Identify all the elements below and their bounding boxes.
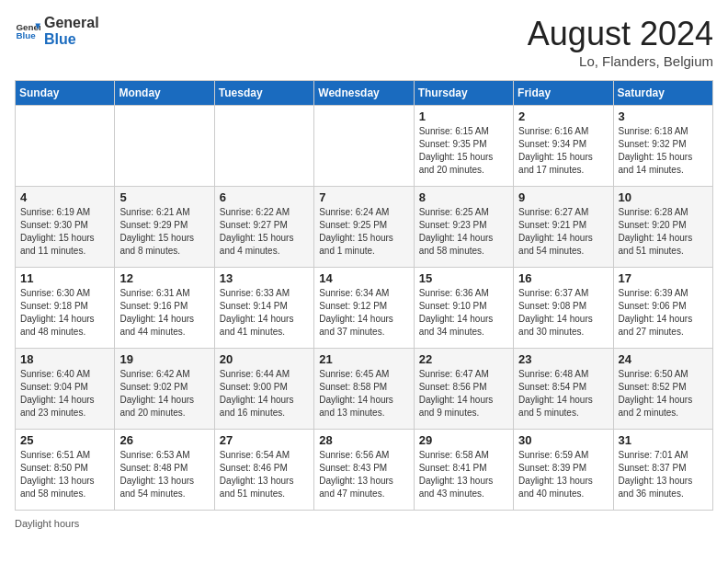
weekday-header-row: SundayMondayTuesdayWednesdayThursdayFrid… bbox=[16, 81, 713, 106]
weekday-friday: Friday bbox=[514, 81, 613, 106]
calendar-cell: 16Sunrise: 6:37 AM Sunset: 9:08 PM Dayli… bbox=[514, 268, 613, 349]
calendar-cell: 29Sunrise: 6:58 AM Sunset: 8:41 PM Dayli… bbox=[414, 430, 513, 511]
day-number: 29 bbox=[419, 433, 508, 447]
calendar-cell: 18Sunrise: 6:40 AM Sunset: 9:04 PM Dayli… bbox=[16, 349, 115, 430]
calendar-table: SundayMondayTuesdayWednesdayThursdayFrid… bbox=[15, 80, 713, 511]
logo: General Blue General Blue bbox=[15, 15, 99, 47]
calendar-cell: 8Sunrise: 6:25 AM Sunset: 9:23 PM Daylig… bbox=[414, 187, 513, 268]
day-detail: Sunrise: 6:33 AM Sunset: 9:14 PM Dayligh… bbox=[220, 287, 309, 339]
day-number: 23 bbox=[518, 352, 608, 366]
weekday-saturday: Saturday bbox=[613, 81, 712, 106]
calendar-cell: 10Sunrise: 6:28 AM Sunset: 9:20 PM Dayli… bbox=[613, 187, 712, 268]
calendar-cell: 23Sunrise: 6:48 AM Sunset: 8:54 PM Dayli… bbox=[514, 349, 613, 430]
week-row-3: 11Sunrise: 6:30 AM Sunset: 9:18 PM Dayli… bbox=[16, 268, 713, 349]
calendar-cell: 30Sunrise: 6:59 AM Sunset: 8:39 PM Dayli… bbox=[514, 430, 613, 511]
weekday-monday: Monday bbox=[115, 81, 214, 106]
day-detail: Sunrise: 6:58 AM Sunset: 8:41 PM Dayligh… bbox=[419, 449, 508, 500]
calendar-cell bbox=[314, 106, 414, 187]
day-detail: Sunrise: 6:27 AM Sunset: 9:21 PM Dayligh… bbox=[518, 206, 608, 258]
day-number: 12 bbox=[119, 271, 209, 285]
day-number: 10 bbox=[619, 190, 708, 204]
svg-text:Blue: Blue bbox=[16, 30, 36, 40]
calendar-cell: 17Sunrise: 6:39 AM Sunset: 9:06 PM Dayli… bbox=[613, 268, 712, 349]
day-number: 24 bbox=[619, 352, 708, 366]
day-number: 18 bbox=[20, 352, 109, 366]
day-number: 26 bbox=[119, 433, 209, 447]
day-detail: Sunrise: 6:59 AM Sunset: 8:39 PM Dayligh… bbox=[518, 449, 608, 500]
day-detail: Sunrise: 6:48 AM Sunset: 8:54 PM Dayligh… bbox=[518, 368, 608, 419]
day-number: 28 bbox=[319, 433, 408, 447]
logo-blue: Blue bbox=[44, 31, 99, 48]
calendar-cell bbox=[115, 106, 214, 187]
calendar-cell bbox=[16, 106, 115, 187]
calendar-cell: 3Sunrise: 6:18 AM Sunset: 9:32 PM Daylig… bbox=[613, 106, 712, 187]
weekday-sunday: Sunday bbox=[16, 81, 115, 106]
calendar-cell: 12Sunrise: 6:31 AM Sunset: 9:16 PM Dayli… bbox=[115, 268, 214, 349]
day-number: 15 bbox=[419, 271, 508, 285]
calendar-cell: 2Sunrise: 6:16 AM Sunset: 9:34 PM Daylig… bbox=[514, 106, 613, 187]
day-detail: Sunrise: 6:24 AM Sunset: 9:25 PM Dayligh… bbox=[319, 206, 408, 258]
day-number: 4 bbox=[20, 190, 109, 204]
day-number: 9 bbox=[518, 190, 608, 204]
calendar-cell: 7Sunrise: 6:24 AM Sunset: 9:25 PM Daylig… bbox=[314, 187, 414, 268]
weekday-wednesday: Wednesday bbox=[314, 81, 414, 106]
calendar-cell: 28Sunrise: 6:56 AM Sunset: 8:43 PM Dayli… bbox=[314, 430, 414, 511]
day-detail: Sunrise: 6:54 AM Sunset: 8:46 PM Dayligh… bbox=[220, 449, 309, 500]
day-detail: Sunrise: 6:21 AM Sunset: 9:29 PM Dayligh… bbox=[119, 206, 209, 258]
day-number: 17 bbox=[619, 271, 708, 285]
day-detail: Sunrise: 6:15 AM Sunset: 9:35 PM Dayligh… bbox=[419, 125, 508, 177]
day-detail: Sunrise: 6:36 AM Sunset: 9:10 PM Dayligh… bbox=[419, 287, 508, 339]
day-number: 5 bbox=[119, 190, 209, 204]
day-detail: Sunrise: 6:34 AM Sunset: 9:12 PM Dayligh… bbox=[319, 287, 408, 339]
week-row-2: 4Sunrise: 6:19 AM Sunset: 9:30 PM Daylig… bbox=[16, 187, 713, 268]
day-detail: Sunrise: 6:25 AM Sunset: 9:23 PM Dayligh… bbox=[419, 206, 508, 258]
day-number: 8 bbox=[419, 190, 508, 204]
calendar-cell: 5Sunrise: 6:21 AM Sunset: 9:29 PM Daylig… bbox=[115, 187, 214, 268]
day-detail: Sunrise: 6:31 AM Sunset: 9:16 PM Dayligh… bbox=[119, 287, 209, 339]
day-detail: Sunrise: 6:19 AM Sunset: 9:30 PM Dayligh… bbox=[20, 206, 109, 258]
day-number: 2 bbox=[518, 109, 608, 123]
calendar-cell: 11Sunrise: 6:30 AM Sunset: 9:18 PM Dayli… bbox=[16, 268, 115, 349]
day-detail: Sunrise: 6:40 AM Sunset: 9:04 PM Dayligh… bbox=[20, 368, 109, 419]
calendar-cell: 22Sunrise: 6:47 AM Sunset: 8:56 PM Dayli… bbox=[414, 349, 513, 430]
calendar-cell: 24Sunrise: 6:50 AM Sunset: 8:52 PM Dayli… bbox=[613, 349, 712, 430]
day-number: 31 bbox=[619, 433, 708, 447]
calendar-cell: 14Sunrise: 6:34 AM Sunset: 9:12 PM Dayli… bbox=[314, 268, 414, 349]
day-number: 25 bbox=[20, 433, 109, 447]
day-detail: Sunrise: 7:01 AM Sunset: 8:37 PM Dayligh… bbox=[619, 449, 708, 500]
month-year: August 2024 bbox=[528, 15, 713, 53]
day-number: 13 bbox=[220, 271, 309, 285]
calendar-cell: 26Sunrise: 6:53 AM Sunset: 8:48 PM Dayli… bbox=[115, 430, 214, 511]
day-detail: Sunrise: 6:45 AM Sunset: 8:58 PM Dayligh… bbox=[319, 368, 408, 419]
day-detail: Sunrise: 6:51 AM Sunset: 8:50 PM Dayligh… bbox=[20, 449, 109, 500]
calendar-cell: 25Sunrise: 6:51 AM Sunset: 8:50 PM Dayli… bbox=[16, 430, 115, 511]
day-number: 16 bbox=[518, 271, 608, 285]
weekday-thursday: Thursday bbox=[414, 81, 513, 106]
day-number: 21 bbox=[319, 352, 408, 366]
logo-icon: General Blue bbox=[15, 18, 40, 44]
day-number: 22 bbox=[419, 352, 508, 366]
daylight-label: Daylight hours bbox=[15, 518, 79, 529]
week-row-5: 25Sunrise: 6:51 AM Sunset: 8:50 PM Dayli… bbox=[16, 430, 713, 511]
day-detail: Sunrise: 6:39 AM Sunset: 9:06 PM Dayligh… bbox=[619, 287, 708, 339]
day-detail: Sunrise: 6:22 AM Sunset: 9:27 PM Dayligh… bbox=[220, 206, 309, 258]
calendar-cell: 21Sunrise: 6:45 AM Sunset: 8:58 PM Dayli… bbox=[314, 349, 414, 430]
day-detail: Sunrise: 6:56 AM Sunset: 8:43 PM Dayligh… bbox=[319, 449, 408, 500]
calendar-cell: 15Sunrise: 6:36 AM Sunset: 9:10 PM Dayli… bbox=[414, 268, 513, 349]
day-number: 20 bbox=[220, 352, 309, 366]
day-detail: Sunrise: 6:16 AM Sunset: 9:34 PM Dayligh… bbox=[518, 125, 608, 177]
day-number: 7 bbox=[319, 190, 408, 204]
day-detail: Sunrise: 6:50 AM Sunset: 8:52 PM Dayligh… bbox=[619, 368, 708, 419]
week-row-4: 18Sunrise: 6:40 AM Sunset: 9:04 PM Dayli… bbox=[16, 349, 713, 430]
day-number: 6 bbox=[220, 190, 309, 204]
calendar-cell: 13Sunrise: 6:33 AM Sunset: 9:14 PM Dayli… bbox=[214, 268, 313, 349]
title-area: August 2024 Lo, Flanders, Belgium bbox=[528, 15, 713, 69]
day-number: 27 bbox=[220, 433, 309, 447]
location: Lo, Flanders, Belgium bbox=[528, 53, 713, 69]
day-number: 19 bbox=[119, 352, 209, 366]
day-detail: Sunrise: 6:18 AM Sunset: 9:32 PM Dayligh… bbox=[619, 125, 708, 177]
logo-general: General bbox=[44, 15, 99, 31]
calendar-cell: 20Sunrise: 6:44 AM Sunset: 9:00 PM Dayli… bbox=[214, 349, 313, 430]
day-detail: Sunrise: 6:53 AM Sunset: 8:48 PM Dayligh… bbox=[119, 449, 209, 500]
week-row-1: 1Sunrise: 6:15 AM Sunset: 9:35 PM Daylig… bbox=[16, 106, 713, 187]
